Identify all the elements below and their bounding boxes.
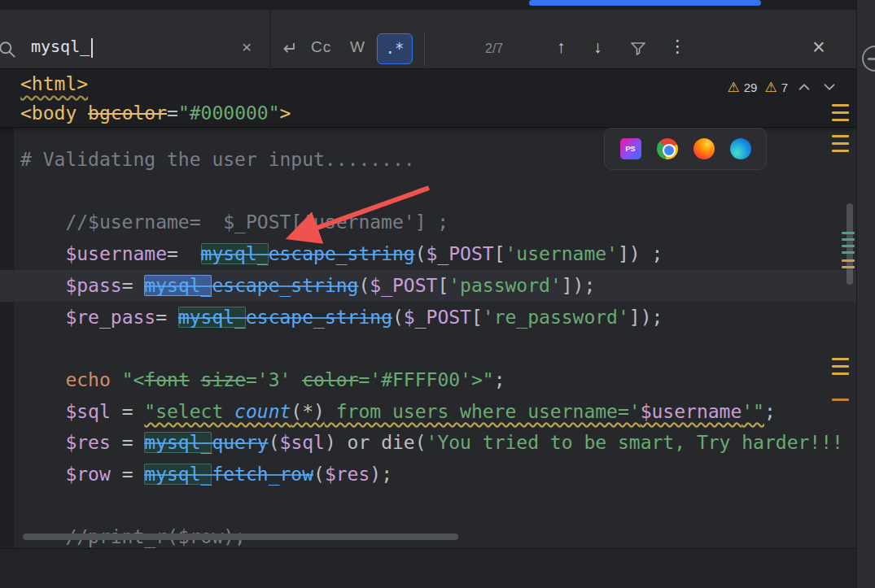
search-icon — [0, 39, 18, 60]
newline-icon[interactable] — [278, 38, 298, 58]
firefox-icon[interactable] — [693, 138, 715, 159]
code-line: $username= mysql_escape_string($_POST['u… — [0, 238, 856, 270]
stripe-mark — [842, 259, 855, 262]
stripe-mark — [842, 266, 855, 268]
previous-match-button[interactable]: ↑ — [557, 37, 566, 57]
chevron-down-icon[interactable] — [820, 78, 838, 96]
code-line: <body bgcolor="#000000"> — [0, 98, 856, 128]
next-match-button[interactable]: ↓ — [593, 37, 602, 57]
code-line: $row = mysql_fetch_row($res); — [0, 459, 856, 490]
inspection-mark — [832, 135, 849, 157]
close-search-icon[interactable]: × — [812, 35, 825, 60]
code-line: $pass= mysql_escape_string($_POST['passw… — [0, 270, 856, 302]
code-line: $sql = "select count(*) from users where… — [0, 396, 856, 428]
horizontal-scrollbar-thumb[interactable] — [23, 534, 458, 540]
stripe-mark — [842, 232, 855, 234]
error-triangle-icon: ⚠ — [727, 79, 739, 96]
stripe-mark — [842, 238, 855, 241]
filter-icon[interactable] — [628, 39, 648, 59]
vertical-scrollbar-thumb[interactable] — [847, 203, 853, 285]
sticky-header: <html><body bgcolor="#000000"> ⚠ 29 ⚠ 7 — [0, 69, 856, 128]
clear-search-icon[interactable]: × — [242, 37, 252, 57]
inspection-mark — [832, 358, 849, 380]
editor[interactable]: # Validating the user input........ //$u… — [0, 69, 856, 588]
inspection-mark — [832, 104, 849, 126]
right-tool-window-bar — [856, 0, 875, 588]
warning-triangle-icon: ⚠ — [764, 79, 777, 96]
text-caret — [91, 38, 93, 58]
whole-words-toggle[interactable]: W — [350, 38, 365, 56]
bottom-panel — [0, 548, 856, 588]
chevron-up-icon[interactable] — [795, 78, 813, 96]
code-line — [0, 176, 856, 207]
code-area[interactable]: # Validating the user input........ //$u… — [0, 128, 856, 553]
code-line: echo "<font size='3' color='#FFFF00'>"; — [0, 364, 856, 396]
error-count: 29 — [744, 81, 758, 94]
code-line — [0, 490, 856, 522]
search-query-text: mysql_ — [31, 37, 90, 56]
code-line: $re_pass= mysql_escape_string($_POST['re… — [0, 302, 856, 333]
match-case-toggle[interactable]: Cc — [311, 38, 331, 56]
edge-icon[interactable] — [730, 138, 751, 159]
divider — [269, 10, 271, 69]
search-input[interactable]: mysql_ — [31, 37, 93, 58]
browser-toolbar: PS — [604, 128, 767, 170]
stripe-mark — [842, 251, 855, 254]
inspections-widget[interactable]: ⚠ 29 ⚠ 7 — [727, 72, 838, 102]
code-line — [0, 333, 856, 364]
ide-window: mysql_ × Cc W .* 2/7 ↑ ↓ ⋮ × # Validatin… — [0, 0, 875, 588]
stripe-mark — [842, 245, 855, 247]
chrome-icon[interactable] — [657, 138, 678, 159]
regex-toggle[interactable]: .* — [377, 33, 413, 64]
divider — [424, 32, 425, 66]
phpstorm-icon[interactable]: PS — [620, 138, 641, 159]
code-line: //$username= $_POST['username'] ; — [0, 207, 856, 238]
more-options-icon[interactable]: ⋮ — [669, 37, 686, 56]
search-bar: mysql_ × Cc W .* 2/7 ↑ ↓ ⋮ × — [0, 10, 856, 69]
warning-count: 7 — [781, 81, 788, 94]
database-icon[interactable] — [862, 46, 875, 72]
inspection-mark — [832, 399, 849, 406]
progress-bar — [529, 0, 761, 6]
code-line: $res = mysql_query($sql) or die('You tri… — [0, 427, 856, 459]
match-counter: 2/7 — [485, 41, 503, 56]
